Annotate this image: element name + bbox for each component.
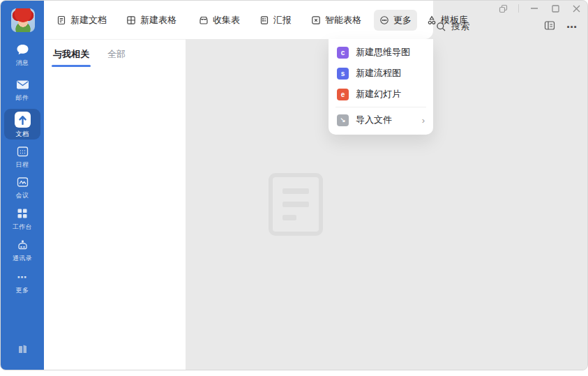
contacts-icon [1,238,44,252]
menu-item-new-slides[interactable]: e 新建幻灯片 [329,84,433,105]
template-library-icon [427,15,437,25]
template-library-button[interactable]: 模板库 [421,10,474,31]
pop-out-window-icon[interactable] [497,3,508,14]
new-sheet-icon [126,15,136,25]
sidebar-item-calendar[interactable]: 日程 [1,144,44,170]
more-circle-icon [379,15,389,25]
close-button[interactable] [571,3,582,14]
list-tabs: 与我相关 全部 [44,40,186,67]
menu-item-new-flowchart[interactable]: s 新建流程图 [329,63,433,84]
app-window: 搜索 ⋯ 新建文档 新建表格 收集表 [0,0,588,370]
workspace-icon [1,341,44,355]
flowchart-icon: s [337,68,349,80]
titlebar-controls [497,1,582,16]
collect-form-button[interactable]: 收集表 [193,10,246,31]
mindmap-icon: c [337,47,349,59]
smart-sheet-button[interactable]: 智能表格 [306,10,367,31]
maximize-button[interactable] [550,3,561,14]
chat-icon [1,43,44,57]
docs-icon [15,112,31,128]
sidebar-item-meetings[interactable]: 会议 [1,175,44,200]
minimize-button[interactable] [529,3,540,14]
sidebar-item-docs[interactable]: 文档 [4,109,40,140]
more-dropdown-menu: c 新建思维导图 s 新建流程图 e 新建幻灯片 ↘ 导入文件 › [329,39,433,135]
more-create-button[interactable]: 更多 [374,10,417,31]
sidebar-item-mail[interactable]: 邮件 [1,77,44,103]
more-dots-icon: ⋯ [1,270,44,284]
titlebar-divider [518,4,519,13]
mail-icon [1,77,44,91]
report-button[interactable]: 汇报 [254,10,297,31]
app-sidebar: 消息 邮件 文档 日程 [1,1,44,370]
new-document-button[interactable]: 新建文档 [51,10,112,31]
sidebar-item-workbench[interactable]: 工作台 [1,206,44,232]
user-avatar[interactable] [11,8,35,32]
sidebar-item-workspace[interactable] [1,341,44,355]
workbench-icon [1,206,44,220]
sidebar-item-more[interactable]: ⋯ 更多 [1,270,44,295]
report-icon [259,15,269,25]
submenu-chevron-icon: › [422,115,425,126]
new-sheet-button[interactable]: 新建表格 [121,10,182,31]
more-options-icon[interactable]: ⋯ [566,21,578,33]
menu-item-import-file[interactable]: ↘ 导入文件 › [329,110,433,130]
tab-related-to-me[interactable]: 与我相关 [53,48,89,67]
collect-form-icon [199,15,209,25]
document-list-panel: 与我相关 全部 [44,39,186,370]
slides-icon: e [337,89,349,100]
sidebar-item-contacts[interactable]: 通讯录 [1,238,44,263]
empty-document-placeholder-icon [269,173,323,236]
smart-sheet-icon [311,15,321,25]
meeting-icon [1,175,44,189]
import-file-icon: ↘ [337,114,349,126]
view-layout-toggle-icon[interactable] [544,20,555,33]
sidebar-item-messages[interactable]: 消息 [1,43,44,68]
menu-divider [336,107,426,107]
tab-all[interactable]: 全部 [107,48,126,67]
new-doc-icon [56,15,66,25]
menu-item-new-mindmap[interactable]: c 新建思维导图 [329,42,433,63]
calendar-icon [1,144,44,158]
create-toolbar: 新建文档 新建表格 收集表 汇报 智能表格 [44,1,433,39]
